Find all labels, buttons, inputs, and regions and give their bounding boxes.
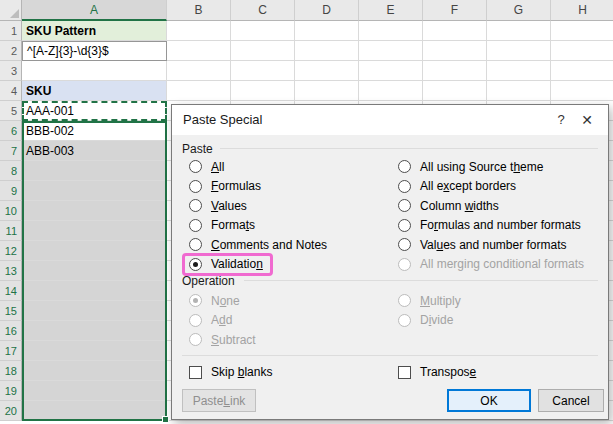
close-icon[interactable]: ✕ (574, 105, 600, 135)
cell-e2[interactable] (359, 41, 423, 61)
cell-b2[interactable] (167, 41, 231, 61)
cell-b1[interactable] (167, 21, 231, 41)
cell-a19[interactable] (22, 381, 167, 401)
row-header-4[interactable]: 4 (0, 81, 22, 101)
cell-h4[interactable] (551, 81, 613, 101)
cell-g4[interactable] (487, 81, 551, 101)
cell-a3[interactable] (22, 61, 167, 81)
cell-a16[interactable] (22, 321, 167, 341)
cell-e4[interactable] (359, 81, 423, 101)
cell-a6[interactable]: BBB-002 (22, 121, 167, 141)
row-header-14[interactable]: 14 (0, 281, 22, 301)
cell-d3[interactable] (295, 61, 359, 81)
row-header-16[interactable]: 16 (0, 321, 22, 341)
cell-d4[interactable] (295, 81, 359, 101)
cell-a18[interactable] (22, 361, 167, 381)
cell-a11[interactable] (22, 221, 167, 241)
column-header-b[interactable]: B (167, 0, 231, 21)
row-header-11[interactable]: 11 (0, 221, 22, 241)
radio-validation[interactable]: Validation (185, 255, 267, 275)
cancel-button[interactable]: Cancel (538, 389, 604, 412)
select-all-corner[interactable] (0, 0, 22, 21)
column-header-a[interactable]: A (22, 0, 167, 21)
cell-c2[interactable] (231, 41, 295, 61)
checkbox-skip-blanks[interactable] (189, 366, 202, 379)
radio-formats[interactable]: Formats (185, 216, 259, 236)
row-header-3[interactable]: 3 (0, 61, 22, 81)
row-header-8[interactable]: 8 (0, 161, 22, 181)
column-header-c[interactable]: C (231, 0, 295, 21)
cell-g3[interactable] (487, 61, 551, 81)
row-header-1[interactable]: 1 (0, 21, 22, 41)
cell-a9[interactable] (22, 181, 167, 201)
row-header-19[interactable]: 19 (0, 381, 22, 401)
cell-a8[interactable] (22, 161, 167, 181)
column-header-f[interactable]: F (423, 0, 487, 21)
cell-a1[interactable]: SKU Pattern (22, 21, 167, 41)
cell-c1[interactable] (231, 21, 295, 41)
cell-a15[interactable] (22, 301, 167, 321)
cell-b3[interactable] (167, 61, 231, 81)
row-header-5[interactable]: 5 (0, 101, 22, 121)
cell-a14[interactable] (22, 281, 167, 301)
cell-a4[interactable]: SKU (22, 81, 167, 101)
cell-h1[interactable] (551, 21, 613, 41)
cell-c3[interactable] (231, 61, 295, 81)
row-header-7[interactable]: 7 (0, 141, 22, 161)
radio-control[interactable] (398, 219, 411, 232)
row-header-18[interactable]: 18 (0, 361, 22, 381)
row-header-15[interactable]: 15 (0, 301, 22, 321)
radio-values-and-number-formats[interactable]: Values and number formats (394, 235, 571, 255)
dialog-title-bar[interactable]: Paste Special ? ✕ (172, 105, 608, 135)
radio-comments-and-notes[interactable]: Comments and Notes (185, 235, 331, 255)
radio-column-widths[interactable]: Column widths (394, 196, 503, 216)
cell-f4[interactable] (423, 81, 487, 101)
cell-a2[interactable]: ^[A-Z]{3}-\d{3}$ (22, 41, 167, 61)
radio-control[interactable] (189, 160, 202, 173)
row-header-13[interactable]: 13 (0, 261, 22, 281)
cell-f2[interactable] (423, 41, 487, 61)
radio-control[interactable] (398, 180, 411, 193)
cell-g2[interactable] (487, 41, 551, 61)
cell-f3[interactable] (423, 61, 487, 81)
radio-control[interactable] (189, 180, 202, 193)
radio-formulas[interactable]: Formulas (185, 177, 265, 197)
row-header-10[interactable]: 10 (0, 201, 22, 221)
cell-b4[interactable] (167, 81, 231, 101)
cell-a13[interactable] (22, 261, 167, 281)
row-header-6[interactable]: 6 (0, 121, 22, 141)
checkbox-transpose[interactable] (398, 366, 411, 379)
cell-a5[interactable]: AAA-001 (22, 101, 167, 121)
radio-all-except-borders[interactable]: All except borders (394, 177, 520, 197)
radio-formulas-and-number-formats[interactable]: Formulas and number formats (394, 216, 585, 236)
radio-control[interactable] (189, 199, 202, 212)
cell-e1[interactable] (359, 21, 423, 41)
cell-a7[interactable]: ABB-003 (22, 141, 167, 161)
cell-g1[interactable] (487, 21, 551, 41)
help-icon[interactable]: ? (548, 105, 574, 135)
radio-all[interactable]: All (185, 157, 228, 177)
row-header-2[interactable]: 2 (0, 41, 22, 61)
column-header-d[interactable]: D (295, 0, 359, 21)
radio-control[interactable] (398, 199, 411, 212)
row-header-9[interactable]: 9 (0, 181, 22, 201)
cell-d2[interactable] (295, 41, 359, 61)
cell-c4[interactable] (231, 81, 295, 101)
cell-h3[interactable] (551, 61, 613, 81)
radio-control[interactable] (398, 160, 411, 173)
radio-control[interactable] (398, 238, 411, 251)
radio-control[interactable] (189, 238, 202, 251)
cell-a10[interactable] (22, 201, 167, 221)
ok-button[interactable]: OK (447, 389, 531, 412)
cell-e3[interactable] (359, 61, 423, 81)
radio-control[interactable] (189, 219, 202, 232)
column-header-e[interactable]: E (359, 0, 423, 21)
row-header-12[interactable]: 12 (0, 241, 22, 261)
column-header-h[interactable]: H (551, 0, 613, 21)
radio-control[interactable] (189, 258, 202, 271)
radio-all-using-source-theme[interactable]: All using Source theme (394, 157, 547, 177)
row-header-17[interactable]: 17 (0, 341, 22, 361)
radio-values[interactable]: Values (185, 196, 251, 216)
row-header-20[interactable]: 20 (0, 401, 22, 421)
cell-d1[interactable] (295, 21, 359, 41)
